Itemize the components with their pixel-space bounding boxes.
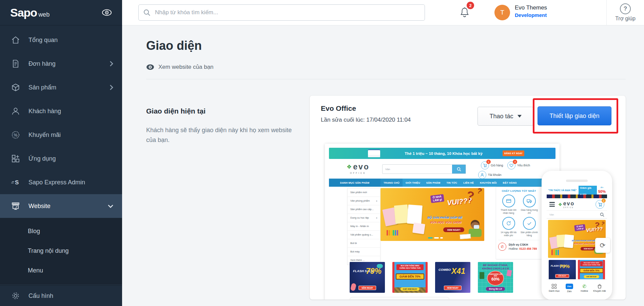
setup-theme-button[interactable]: Thiết lập giao diện bbox=[538, 106, 611, 125]
question-icon: ? bbox=[620, 3, 631, 14]
mobile-header: ❖ evoOFFICE 1 bbox=[547, 198, 607, 210]
actions-label: Thao tác bbox=[489, 113, 513, 120]
question-mark-decor: ? bbox=[476, 188, 483, 196]
menu-item: Dụng cụ học tập▸ bbox=[348, 214, 380, 222]
search-input[interactable] bbox=[138, 4, 425, 21]
sidebar-item-sapo-express[interactable]: S Sapo Express Admin bbox=[0, 170, 122, 194]
mobile-evo-logo: ❖ evoOFFICE bbox=[558, 201, 574, 208]
sidebar: Sapo web Tổng quan Đơn hàng Sản phẩm Khá… bbox=[0, 0, 122, 306]
question-mark-decor: ? bbox=[465, 188, 475, 204]
tile-cta: GHÉ XEM NGAY bbox=[401, 287, 419, 291]
slider-dots bbox=[428, 237, 443, 239]
sidebar-submenu-website: Blog Trang nội dung Menu bbox=[0, 218, 122, 286]
chevron-right-icon bbox=[110, 61, 113, 67]
sidebar-item-cau-hinh[interactable]: Cấu hình bbox=[0, 285, 122, 306]
phone-speaker bbox=[566, 180, 588, 182]
sapo-express-icon: S bbox=[11, 178, 20, 187]
support-label: Dịch vụ CSKH bbox=[509, 243, 537, 246]
sidebar-item-don-hang[interactable]: Đơn hàng bbox=[0, 52, 122, 76]
tile-cta: SĂN NGAY bbox=[358, 286, 376, 290]
preview-nav-promo: KHUYẾN MÃI bbox=[477, 179, 500, 187]
quality-feature: 14 ngày đổi trả miễn phí bbox=[498, 217, 519, 237]
sapo-logo[interactable]: Sapo web bbox=[10, 6, 50, 19]
sidebar-item-label: Ứng dụng bbox=[28, 155, 56, 162]
sidebar-subitem-menu[interactable]: Menu bbox=[0, 261, 122, 280]
sidebar-menu: Tổng quan Đơn hàng Sản phẩm Khách hàng %… bbox=[0, 25, 122, 218]
preview-nav-news: TIN TỨC bbox=[443, 179, 460, 187]
mobile-bottom-nav: Danh mục Zalo Zalo ✆ Hotline Khuyến mãi bbox=[547, 279, 607, 297]
account-name: Evo Themes bbox=[515, 4, 547, 12]
payment-icon bbox=[502, 195, 515, 207]
svg-text:S: S bbox=[15, 179, 19, 186]
theme-last-edited: Lần sửa cuối lúc: 17/04/2020 11:04 bbox=[321, 117, 411, 123]
mobile-banner-slogan: "TRI THỨC VÀ BẠN TRẺ" bbox=[547, 186, 579, 195]
storefront-icon bbox=[11, 201, 20, 211]
tile-badge: MUA SẮM THÔNG MINHCHỐNG DỊCH THÔNG THÁI bbox=[396, 264, 424, 270]
preview-hero-banner: Ở NHÀLÀM gì VUI??? ? ? BỘ SẢN PHẨM GIÚP … bbox=[380, 188, 484, 241]
promo-tile-giam-70: MUA SẮM THÔNG MINHCHỐNG DỊCH THÔNG THÁI … bbox=[392, 262, 428, 293]
preview-clipped-section bbox=[350, 297, 449, 300]
preview-nav-categories: DANH MỤC SẢN PHẨM bbox=[329, 179, 380, 187]
mobile-banner-deal: Giảm giátừ 20% đến50% bbox=[579, 186, 607, 195]
menu-item: Văn phòng phẩm▸ bbox=[348, 197, 380, 205]
avatar[interactable]: T bbox=[494, 5, 510, 20]
preview-nav-home: TRANG CHỦ bbox=[380, 179, 403, 187]
theme-preview-desktop: Thẻ 1 triệu ~ 10 tháng, 10 Khóa học bất … bbox=[325, 144, 560, 300]
tile-decor bbox=[480, 272, 484, 279]
apps-icon bbox=[11, 154, 20, 163]
tile-percent: 79% bbox=[366, 267, 382, 276]
sidebar-item-san-pham[interactable]: Sản phẩm bbox=[0, 76, 122, 99]
eye-icon[interactable] bbox=[102, 9, 112, 16]
sapo-logo-text: Sapo bbox=[10, 6, 37, 19]
sidebar-footer: Cấu hình bbox=[0, 285, 122, 306]
sidebar-item-khuyen-mai[interactable]: % Khuyến mãi bbox=[0, 123, 122, 147]
sidebar-item-ung-dung[interactable]: Ứng dụng bbox=[0, 147, 122, 170]
promo-tile-giam-70: MUA SẮM THÔNG MINHCHỐNG DỊCH THÔNG THÁI … bbox=[578, 260, 605, 280]
notification-badge[interactable]: 2 bbox=[467, 2, 474, 9]
hero-book bbox=[412, 223, 425, 234]
hero-badge: Ở NHÀLÀM gì bbox=[430, 194, 444, 203]
theme-name: Evo Office bbox=[321, 104, 356, 113]
quality-feature: Thanh toán khi nhận hàng bbox=[498, 195, 519, 215]
global-search bbox=[138, 4, 425, 21]
hero-line2: VỪA HỌC VỪA CHƠI! bbox=[430, 221, 461, 224]
account-menu[interactable]: Evo Themes Development bbox=[515, 4, 547, 19]
tile-decor bbox=[507, 270, 512, 277]
tile-title: BÉ NGOAN Ở NHÀ,KHÔNG CHƠI LA CÀ bbox=[478, 264, 513, 270]
zalo-icon: Zalo bbox=[566, 284, 573, 289]
search-icon bbox=[600, 212, 604, 217]
main-content: Giao diện Xem website của bạn Giao diện … bbox=[122, 25, 644, 306]
preview-cart-link: 1 Giỏ hàng bbox=[481, 161, 503, 169]
sapo-logo-suffix: web bbox=[38, 11, 50, 18]
view-website-label: Xem website của bạn bbox=[158, 64, 214, 70]
sidebar-subitem-trang-noi-dung[interactable]: Trang nội dung bbox=[0, 241, 122, 261]
hero-line1: BỘ SẢN PHẨM GIÚP BÉ bbox=[572, 240, 595, 242]
mobile-nav-categories: Danh mục bbox=[547, 280, 562, 297]
tile-title: COMBO bbox=[438, 268, 451, 272]
sidebar-item-tong-quan[interactable]: Tổng quan bbox=[0, 28, 122, 52]
help-label: Trợ giúp bbox=[615, 16, 636, 22]
preview-nav-about: GIỚI THIỆU bbox=[403, 179, 423, 187]
preview-header: ❖ evo OFFICE Vân 1 Giỏ hàng bbox=[329, 159, 555, 179]
preview-banner-cta: ĐĂNG KÝ NGAY bbox=[503, 150, 524, 156]
tile-cta: XEM NGAY bbox=[444, 286, 462, 290]
topbar: 2 T Evo Themes Development ? Trợ giúp bbox=[122, 0, 644, 25]
hero-cta-button: XEM NGAY! bbox=[443, 227, 464, 232]
heart-icon: 3 bbox=[507, 161, 515, 169]
promo-tile-flash-sale: FLASH SALE 79% SĂN NGAY bbox=[350, 262, 385, 293]
mobile-search-placeholder: Vân bbox=[549, 213, 600, 216]
view-website-link[interactable]: Xem website của bạn bbox=[146, 64, 214, 70]
mobile-nav-khuyen-mai: Khuyến mãi bbox=[592, 280, 607, 297]
hero-crayons bbox=[387, 230, 398, 236]
promo-tile-combo: COMBO X41 XEM NGAY bbox=[435, 262, 470, 293]
mobile-nav-hotline: ✆ Hotline bbox=[577, 280, 592, 297]
return-icon bbox=[502, 217, 515, 230]
sidebar-item-website[interactable]: Website bbox=[0, 194, 122, 218]
tile-starburst: GIẢM KHỦNG LÊN ĐẾN 60% bbox=[488, 271, 503, 285]
phone-icon: ✆ bbox=[582, 284, 586, 289]
menu-item: Bút bi bbox=[348, 239, 380, 248]
sidebar-item-khach-hang[interactable]: Khách hàng bbox=[0, 99, 122, 123]
actions-dropdown-button[interactable]: Thao tác bbox=[477, 107, 533, 126]
help-button[interactable]: ? Trợ giúp bbox=[607, 0, 644, 25]
sidebar-subitem-blog[interactable]: Blog bbox=[0, 221, 122, 241]
